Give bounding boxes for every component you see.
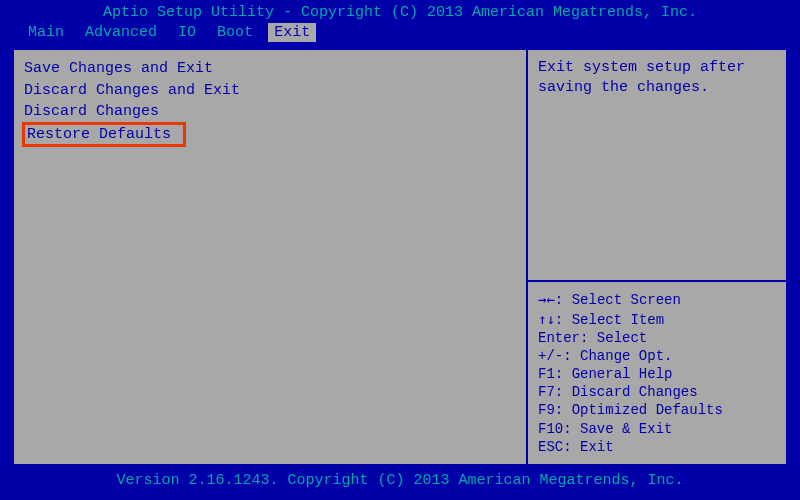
hint-label: Save & Exit xyxy=(580,421,672,437)
bios-screen: Aptio Setup Utility - Copyright (C) 2013… xyxy=(0,0,800,500)
hint-save-exit: F10: Save & Exit xyxy=(538,420,776,438)
hint-exit: ESC: Exit xyxy=(538,438,776,456)
hint-label: General Help xyxy=(572,366,673,382)
title-bar: Aptio Setup Utility - Copyright (C) 2013… xyxy=(0,0,800,23)
help-text: Exit system setup after saving the chang… xyxy=(528,50,786,282)
hint-key: F9 xyxy=(538,402,555,418)
hint-key: +/- xyxy=(538,348,563,364)
hint-label: Optimized Defaults xyxy=(572,402,723,418)
hint-select-screen: →←: Select Screen xyxy=(538,290,776,309)
main-area: Save Changes and Exit Discard Changes an… xyxy=(12,48,788,466)
menu-boot[interactable]: Boot xyxy=(211,23,259,42)
hint-key: F10 xyxy=(538,421,563,437)
hint-select: Enter: Select xyxy=(538,329,776,347)
footer: Version 2.16.1243. Copyright (C) 2013 Am… xyxy=(0,466,800,495)
hint-general-help: F1: General Help xyxy=(538,365,776,383)
hint-select-item: ↑↓: Select Item xyxy=(538,310,776,329)
key-hints: →←: Select Screen ↑↓: Select Item Enter:… xyxy=(528,282,786,464)
menu-bar: Main Advanced IO Boot Exit xyxy=(0,23,800,48)
options-panel: Save Changes and Exit Discard Changes an… xyxy=(14,50,528,464)
option-restore-defaults[interactable]: Restore Defaults xyxy=(22,122,186,148)
hint-label: Select xyxy=(597,330,647,346)
hint-label: Select Screen xyxy=(572,292,681,308)
hint-key: F7 xyxy=(538,384,555,400)
menu-main[interactable]: Main xyxy=(22,23,70,42)
arrow-lr-icon: →← xyxy=(538,291,555,307)
hint-label: Exit xyxy=(580,439,614,455)
hint-label: Change Opt. xyxy=(580,348,672,364)
hint-key: F1 xyxy=(538,366,555,382)
hint-discard: F7: Discard Changes xyxy=(538,383,776,401)
option-discard-exit[interactable]: Discard Changes and Exit xyxy=(24,80,516,102)
right-panel: Exit system setup after saving the chang… xyxy=(528,50,786,464)
hint-key: ESC xyxy=(538,439,563,455)
menu-io[interactable]: IO xyxy=(172,23,202,42)
option-discard-changes[interactable]: Discard Changes xyxy=(24,101,516,123)
hint-key: Enter xyxy=(538,330,580,346)
hint-label: Discard Changes xyxy=(572,384,698,400)
hint-change-opt: +/-: Change Opt. xyxy=(538,347,776,365)
arrow-ud-icon: ↑↓ xyxy=(538,311,555,327)
hint-label: Select Item xyxy=(572,312,664,328)
menu-exit[interactable]: Exit xyxy=(268,23,316,42)
hint-optimized: F9: Optimized Defaults xyxy=(538,401,776,419)
option-save-exit[interactable]: Save Changes and Exit xyxy=(24,58,516,80)
menu-advanced[interactable]: Advanced xyxy=(79,23,163,42)
